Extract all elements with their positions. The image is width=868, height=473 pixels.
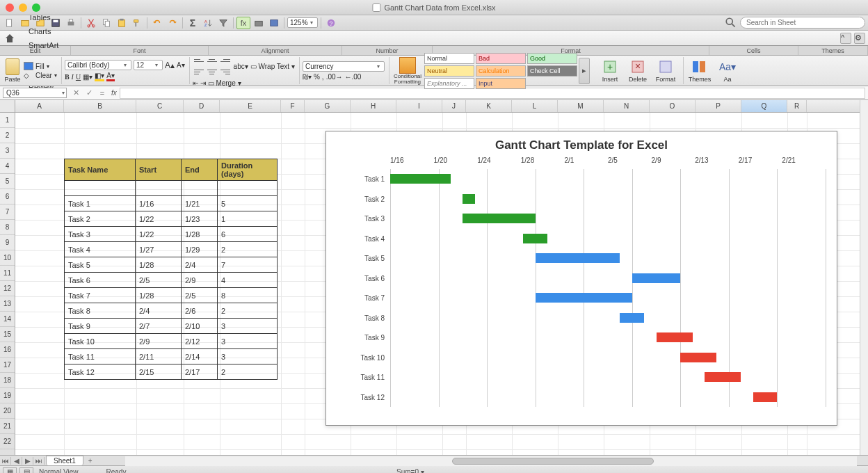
- percent-button[interactable]: %: [314, 73, 320, 81]
- currency-button[interactable]: ₪▾: [303, 73, 312, 81]
- underline-button[interactable]: U: [76, 73, 81, 81]
- format-painter-icon[interactable]: [130, 17, 144, 29]
- sheet-tab-active[interactable]: Sheet1: [46, 456, 83, 465]
- close-window-icon[interactable]: [6, 3, 14, 12]
- merge-button[interactable]: ▭ Merge ▾: [208, 79, 241, 87]
- col-header-R[interactable]: R: [787, 100, 807, 112]
- table-row[interactable]: Task 11/161/215: [65, 196, 278, 211]
- next-sheet-icon[interactable]: ▶: [22, 457, 33, 465]
- font-color-button[interactable]: A▾: [106, 72, 115, 81]
- gantt-bar[interactable]: [753, 392, 778, 402]
- orientation-button[interactable]: abc▾: [234, 63, 248, 70]
- col-header-E[interactable]: E: [220, 100, 281, 112]
- decrease-indent-icon[interactable]: ⇤: [193, 79, 198, 87]
- format-cells-button[interactable]: Format: [652, 58, 679, 83]
- spreadsheet-grid[interactable]: ABCDEFGHIJKLMNOPQR 123456789101112131415…: [0, 100, 868, 455]
- style-calculation[interactable]: Calculation: [476, 65, 526, 77]
- row-header-16[interactable]: 16: [0, 342, 15, 358]
- conditional-formatting-button[interactable]: Conditional Formatting: [392, 57, 423, 85]
- row-header-3[interactable]: 3: [0, 143, 15, 159]
- select-all-corner[interactable]: [0, 100, 15, 113]
- col-header-O[interactable]: O: [650, 100, 696, 112]
- prev-sheet-icon[interactable]: ◀: [11, 457, 22, 465]
- col-header-H[interactable]: H: [351, 100, 396, 112]
- normal-view-icon[interactable]: ▦: [3, 467, 17, 474]
- delete-cells-button[interactable]: ×Delete: [625, 58, 651, 83]
- undo-icon[interactable]: [150, 17, 164, 29]
- row-header-4[interactable]: 4: [0, 159, 15, 174]
- column-headers[interactable]: ABCDEFGHIJKLMNOPQR: [15, 100, 860, 113]
- border-button[interactable]: ▦▾: [83, 73, 93, 81]
- accept-formula-icon[interactable]: ✓: [83, 88, 95, 99]
- col-header-K[interactable]: K: [466, 100, 512, 112]
- style-neutral[interactable]: Neutral: [424, 65, 474, 77]
- gantt-bar[interactable]: [657, 332, 693, 342]
- table-row[interactable]: Task 21/221/231: [65, 211, 278, 227]
- filter-icon[interactable]: [216, 17, 230, 29]
- row-header-6[interactable]: 6: [0, 189, 15, 205]
- italic-button[interactable]: I: [72, 73, 74, 81]
- table-row[interactable]: Task 102/92/123: [65, 334, 278, 349]
- name-box[interactable]: Q36▾: [3, 88, 67, 98]
- tab-charts[interactable]: Charts: [19, 24, 70, 38]
- cancel-formula-icon[interactable]: ✕: [70, 88, 82, 99]
- show-formulas-icon[interactable]: fx: [236, 17, 250, 29]
- zoom-select[interactable]: 125%▾: [287, 17, 318, 28]
- row-header-13[interactable]: 13: [0, 296, 15, 312]
- row-header-21[interactable]: 21: [0, 419, 15, 434]
- table-row[interactable]: Task 41/271/292: [65, 242, 278, 257]
- clear-button[interactable]: ◇Clear▾: [24, 72, 57, 79]
- number-format-select[interactable]: Currency▾: [303, 61, 385, 72]
- col-header-N[interactable]: N: [604, 100, 650, 112]
- font-name-select[interactable]: Calibri (Body)▾: [65, 60, 131, 70]
- theme-fonts-button[interactable]: Aa▾Aa: [714, 58, 741, 83]
- insert-cells-button[interactable]: +Insert: [597, 58, 623, 83]
- table-row[interactable]: Task 31/221/286: [65, 227, 278, 242]
- themes-button[interactable]: Themes: [686, 58, 713, 83]
- row-header-9[interactable]: 9: [0, 235, 15, 250]
- row-header-11[interactable]: 11: [0, 266, 15, 281]
- row-header-1[interactable]: 1: [0, 113, 15, 128]
- gantt-chart[interactable]: Gantt Chart Template for Excel 1/161/201…: [326, 131, 837, 426]
- horizontal-scrollbar[interactable]: [125, 456, 857, 466]
- gantt-bar[interactable]: [390, 174, 451, 184]
- minimize-window-icon[interactable]: [19, 3, 27, 12]
- fill-color-button[interactable]: ◧▾: [95, 72, 104, 81]
- col-header-B[interactable]: B: [64, 100, 136, 112]
- collapse-ribbon-icon[interactable]: ^: [840, 33, 851, 44]
- row-headers[interactable]: 12345678910111213141516171819202122: [0, 113, 15, 455]
- col-header-G[interactable]: G: [305, 100, 351, 112]
- grow-font-icon[interactable]: A▴: [165, 61, 175, 70]
- col-header-L[interactable]: L: [512, 100, 558, 112]
- table-row[interactable]: Task 92/72/103: [65, 319, 278, 334]
- shrink-font-icon[interactable]: A▾: [177, 61, 185, 69]
- row-header-12[interactable]: 12: [0, 281, 15, 296]
- ribbon-settings-icon[interactable]: ⚙: [854, 33, 865, 44]
- zoom-window-icon[interactable]: [32, 3, 40, 12]
- formula-input[interactable]: [120, 88, 865, 99]
- table-row[interactable]: Task 71/282/58: [65, 288, 278, 303]
- style-bad[interactable]: Bad: [476, 53, 526, 64]
- gantt-bar[interactable]: [463, 214, 535, 223]
- increase-decimal-icon[interactable]: .00→: [326, 73, 343, 81]
- style-good[interactable]: Good: [527, 53, 577, 64]
- gantt-bar[interactable]: [523, 234, 547, 243]
- page-layout-view-icon[interactable]: ▤: [19, 467, 33, 474]
- new-file-icon[interactable]: [3, 17, 17, 29]
- style-check-cell[interactable]: Check Cell: [527, 65, 577, 77]
- increase-indent-icon[interactable]: ⇥: [200, 79, 206, 87]
- row-header-8[interactable]: 8: [0, 220, 15, 235]
- last-sheet-icon[interactable]: ⏭: [33, 457, 45, 465]
- col-header-Q[interactable]: Q: [741, 100, 787, 112]
- row-header-18[interactable]: 18: [0, 373, 15, 388]
- col-header-D[interactable]: D: [184, 100, 220, 112]
- col-header-J[interactable]: J: [442, 100, 466, 112]
- first-sheet-icon[interactable]: ⏮: [0, 457, 11, 465]
- add-sheet-icon[interactable]: +: [85, 457, 96, 465]
- autosum-icon[interactable]: Σ: [186, 17, 200, 29]
- copy-icon[interactable]: [99, 17, 113, 29]
- fill-button[interactable]: Fill▾: [24, 62, 57, 70]
- task-table[interactable]: Task NameStartEndDuration (days) Task 11…: [64, 159, 278, 380]
- row-header-19[interactable]: 19: [0, 388, 15, 403]
- row-header-2[interactable]: 2: [0, 128, 15, 143]
